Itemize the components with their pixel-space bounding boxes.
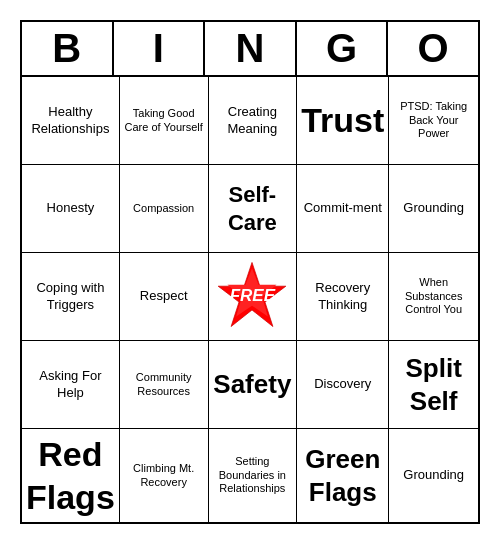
header-letter-b: B: [22, 22, 114, 77]
bingo-cell-6: Compassion: [120, 165, 209, 253]
bingo-cell-15: Asking For Help: [22, 341, 120, 429]
bingo-card: BINGO Healthy RelationshipsTaking Good C…: [20, 20, 480, 524]
bingo-cell-2: Creating Meaning: [209, 77, 298, 165]
bingo-cell-16: Community Resources: [120, 341, 209, 429]
bingo-cell-14: When Substances Control You: [389, 253, 478, 341]
bingo-cell-12: FREE: [209, 253, 298, 341]
bingo-cell-0: Healthy Relationships: [22, 77, 120, 165]
bingo-cell-20: Red Flags: [22, 429, 120, 522]
header-letter-g: G: [297, 22, 389, 77]
bingo-cell-9: Grounding: [389, 165, 478, 253]
bingo-cell-19: Split Self: [389, 341, 478, 429]
bingo-cell-8: Commit-ment: [297, 165, 389, 253]
bingo-cell-5: Honesty: [22, 165, 120, 253]
bingo-cell-22: Setting Boundaries in Relationships: [209, 429, 298, 522]
bingo-cell-24: Grounding: [389, 429, 478, 522]
bingo-cell-23: Green Flags: [297, 429, 389, 522]
bingo-cell-4: PTSD: Taking Back Your Power: [389, 77, 478, 165]
bingo-cell-1: Taking Good Care of Yourself: [120, 77, 209, 165]
bingo-cell-21: Climbing Mt. Recovery: [120, 429, 209, 522]
free-space: FREE: [216, 261, 288, 333]
header-letter-o: O: [388, 22, 478, 77]
bingo-cell-18: Discovery: [297, 341, 389, 429]
header-letter-n: N: [205, 22, 297, 77]
bingo-cell-3: Trust: [297, 77, 389, 165]
bingo-cell-17: Safety: [209, 341, 298, 429]
bingo-grid: Healthy RelationshipsTaking Good Care of…: [22, 77, 478, 522]
bingo-cell-13: Recovery Thinking: [297, 253, 389, 341]
bingo-cell-11: Respect: [120, 253, 209, 341]
bingo-header: BINGO: [22, 22, 478, 77]
bingo-cell-7: Self-Care: [209, 165, 298, 253]
bingo-cell-10: Coping with Triggers: [22, 253, 120, 341]
header-letter-i: I: [114, 22, 206, 77]
